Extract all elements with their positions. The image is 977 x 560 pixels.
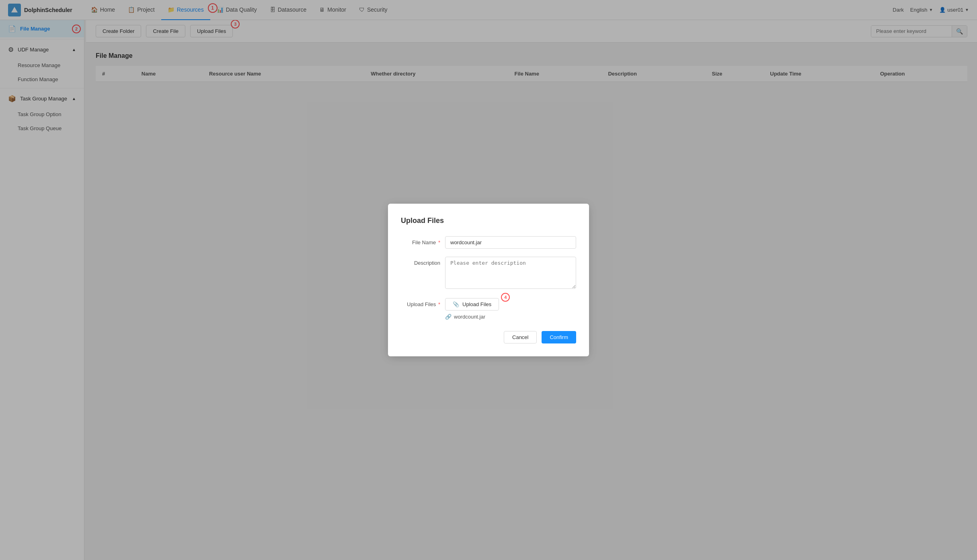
filename-input[interactable] <box>445 236 576 249</box>
file-link-icon: 🔗 <box>445 314 452 320</box>
description-control <box>445 257 576 290</box>
upload-files-btn[interactable]: 📎 Upload Files 4 <box>445 298 499 311</box>
confirm-button[interactable]: Confirm <box>542 331 576 343</box>
upload-control: 📎 Upload Files 4 🔗 wordcount.jar <box>445 298 576 320</box>
upload-btn-label: Upload Files <box>462 301 491 307</box>
form-row-description: Description <box>401 257 576 290</box>
filename-required: * <box>438 239 440 245</box>
upload-btn-area: 📎 Upload Files 4 🔗 wordcount.jar <box>445 298 576 320</box>
filename-label: File Name * <box>401 236 445 245</box>
upload-paperclip-icon: 📎 <box>453 301 459 307</box>
modal-title: Upload Files <box>401 217 576 225</box>
modal-overlay: Upload Files File Name * Description Upl… <box>0 0 977 560</box>
description-textarea[interactable] <box>445 257 576 289</box>
upload-files-modal: Upload Files File Name * Description Upl… <box>388 204 589 356</box>
upload-label: Upload Files * <box>401 298 445 307</box>
cancel-button[interactable]: Cancel <box>504 331 537 343</box>
uploaded-filename: 🔗 wordcount.jar <box>445 314 576 320</box>
upload-annotation-4: 4 <box>501 293 510 302</box>
modal-footer: Cancel Confirm <box>401 331 576 343</box>
filename-control <box>445 236 576 249</box>
form-row-filename: File Name * <box>401 236 576 249</box>
description-label: Description <box>401 257 445 266</box>
uploaded-file-label: wordcount.jar <box>454 314 485 320</box>
form-row-upload: Upload Files * 📎 Upload Files 4 🔗 wordco… <box>401 298 576 320</box>
upload-required: * <box>438 301 440 307</box>
